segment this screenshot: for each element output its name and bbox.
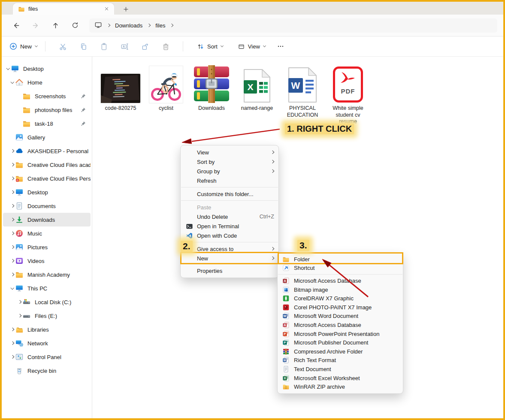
expand-chevron-icon[interactable] (6, 66, 10, 71)
submenu-item[interactable]: Microsoft Word Document (278, 312, 403, 321)
up-button[interactable] (45, 18, 65, 33)
sidebar-item[interactable]: Network (3, 336, 91, 350)
forward-button[interactable] (26, 18, 45, 33)
sidebar-item[interactable]: Local Disk (C:) (3, 295, 91, 309)
expand-chevron-icon[interactable] (10, 286, 14, 290)
sidebar-item[interactable]: Music (3, 227, 91, 240)
copy-button[interactable] (73, 42, 94, 51)
breadcrumb-files[interactable]: files (155, 22, 165, 29)
tab-close-icon[interactable] (102, 5, 111, 13)
sidebar-item[interactable]: Pictures (3, 240, 91, 254)
sidebar-item[interactable]: Recycle bin (3, 364, 91, 378)
expand-chevron-icon[interactable] (10, 245, 14, 249)
submenu-item[interactable]: Microsoft Access Database (278, 276, 403, 285)
sidebar-item[interactable]: Home (3, 76, 91, 89)
folder-icon (22, 106, 31, 114)
expand-chevron-icon[interactable] (10, 327, 14, 332)
expand-chevron-icon[interactable] (10, 190, 14, 194)
context-menu-item[interactable]: Sort by (181, 157, 278, 166)
context-menu-item[interactable]: Refresh (181, 176, 278, 185)
videos-icon (15, 257, 24, 265)
sidebar-item[interactable]: AKASHDEEP - Personal (3, 144, 91, 158)
context-menu-item[interactable]: View (181, 148, 278, 157)
share-button[interactable] (135, 42, 155, 51)
submenu-item[interactable]: Text Document (278, 365, 403, 374)
sidebar-item[interactable]: Documents (3, 199, 91, 213)
back-button[interactable] (6, 18, 26, 33)
submenu-item[interactable]: Compressed Archive Folder (278, 347, 403, 356)
more-options-button[interactable] (273, 42, 288, 50)
refresh-button[interactable] (65, 18, 85, 33)
cut-button[interactable] (52, 42, 73, 51)
context-menu-item[interactable]: Give access to (181, 244, 278, 254)
context-menu-item[interactable]: Customize this folder... (181, 189, 278, 199)
expand-chevron-icon[interactable] (10, 204, 14, 208)
rename-button[interactable] (114, 42, 135, 51)
delete-button[interactable] (155, 42, 176, 51)
file-physical-education[interactable]: W PHYSICAL EDUCATION (281, 63, 324, 125)
expand-chevron-icon[interactable] (10, 176, 14, 181)
expand-chevron-icon[interactable] (10, 231, 14, 236)
publisher-icon (282, 339, 290, 346)
file-code-820275[interactable]: code-820275 (99, 63, 142, 125)
submenu-item[interactable]: Microsoft PowerPoint Presentation (278, 329, 403, 338)
breadcrumb-downloads[interactable]: Downloads (115, 22, 142, 29)
sidebar-item[interactable]: Screenshots (3, 89, 91, 103)
expand-chevron-icon[interactable] (10, 341, 14, 345)
file-downloads-archive[interactable]: Downloads (190, 63, 233, 125)
expand-chevron-icon[interactable] (10, 218, 14, 222)
expand-chevron-icon[interactable] (17, 314, 21, 318)
submenu-item[interactable]: CorelDRAW X7 Graphic (278, 294, 403, 303)
sidebar-item[interactable]: Desktop (3, 185, 91, 199)
sidebar-item[interactable]: Downloads (3, 213, 91, 227)
context-menu-item[interactable]: Undo Delete Ctrl+Z (181, 212, 278, 221)
expand-chevron-icon[interactable] (17, 300, 21, 304)
context-menu-item[interactable]: Open in Terminal (181, 221, 278, 231)
sidebar-item[interactable]: Videos (3, 254, 91, 268)
view-button[interactable]: View (238, 43, 266, 50)
sidebar-item[interactable]: Creative Cloud Files Persona (3, 172, 91, 185)
tab-files[interactable]: files (13, 3, 114, 15)
sidebar-item[interactable]: Files (E:) (3, 309, 91, 323)
file-cv-resume-pdf[interactable]: PDF White simple student cv resume (327, 63, 369, 125)
submenu-item[interactable]: Shortcut (278, 264, 403, 273)
expand-chevron-icon[interactable] (10, 149, 14, 153)
sidebar-item[interactable]: task-18 (3, 117, 91, 130)
submenu-item[interactable]: Bitmap image (278, 285, 403, 294)
sidebar-item[interactable]: Creative Cloud Files academ (3, 158, 91, 172)
sidebar-item[interactable]: Libraries (3, 323, 91, 336)
context-menu-item[interactable]: Properties (181, 266, 278, 275)
sidebar-item[interactable]: Gallery (3, 130, 91, 144)
context-menu-item[interactable]: Open with Code (181, 231, 278, 240)
context-menu-item[interactable]: New (181, 254, 278, 263)
paste-button[interactable] (94, 42, 114, 51)
context-menu-item[interactable]: Paste (181, 202, 278, 212)
sidebar-item[interactable]: This PC (3, 281, 91, 295)
recycle-bin-icon (15, 366, 24, 375)
expand-chevron-icon[interactable] (10, 80, 14, 85)
new-tab-button[interactable] (120, 3, 131, 15)
submenu-item[interactable]: Microsoft Excel Worksheet (278, 374, 403, 383)
expand-chevron-icon[interactable] (10, 259, 14, 263)
expand-chevron-icon[interactable] (10, 272, 14, 277)
folder-icon (18, 6, 25, 12)
new-button[interactable]: New (9, 42, 38, 50)
expand-chevron-icon[interactable] (10, 163, 14, 167)
submenu-item[interactable]: WinRAR ZIP archive (278, 382, 403, 391)
expand-chevron-icon[interactable] (10, 355, 14, 359)
file-cyclist[interactable]: cyclist (145, 63, 187, 125)
submenu-item[interactable]: Folder (278, 255, 403, 264)
sidebar-item[interactable]: Manish Academy (3, 268, 91, 281)
submenu-item[interactable]: Microsoft Publisher Document (278, 338, 403, 347)
sidebar-item[interactable]: Control Panel (3, 350, 91, 364)
address-bar[interactable]: Downloads files (89, 18, 497, 33)
sidebar-item[interactable]: photoshop files (3, 103, 91, 117)
sidebar-item[interactable]: Desktop (3, 62, 91, 76)
context-menu-item[interactable]: Group by (181, 166, 278, 176)
submenu-item[interactable]: Rich Text Format (278, 356, 403, 365)
file-named-range[interactable]: X named-range (236, 63, 278, 125)
sort-button[interactable]: Sort (197, 43, 224, 50)
submenu-item[interactable]: Microsoft Access Database (278, 320, 403, 329)
folder-icon (22, 119, 31, 128)
submenu-item[interactable]: Corel PHOTO-PAINT X7 Image (278, 303, 403, 312)
